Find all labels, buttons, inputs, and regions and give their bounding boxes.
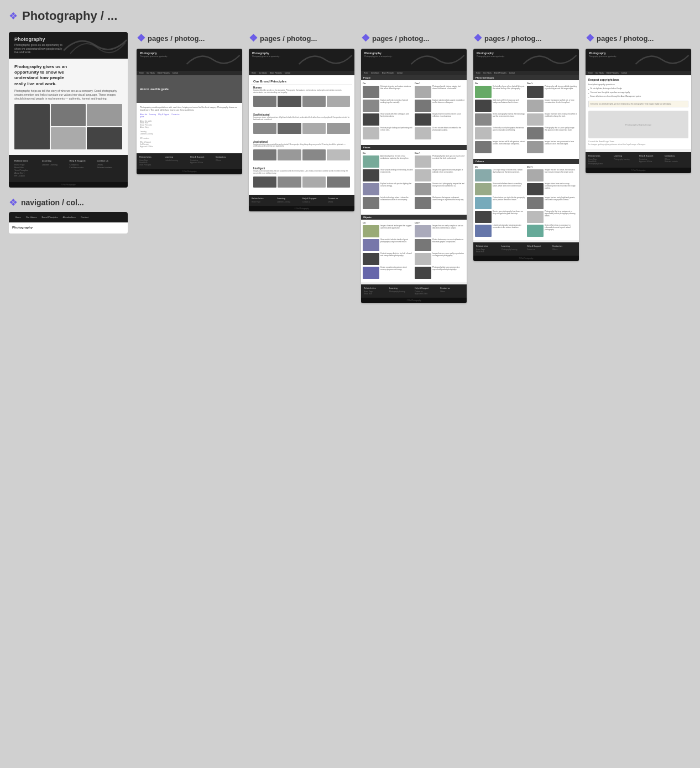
nav-section-label: navigation / col... — [21, 198, 84, 207]
page-1-header: Photography Photography gives us an oppo… — [249, 49, 354, 71]
p4-tech-do-1 — [475, 86, 492, 98]
p4-tech-do-3 — [475, 113, 492, 126]
page-label-3: ❖ pages / photog... — [473, 32, 579, 44]
large-card-footer: Related sites Home Page Brand Hub Team P… — [9, 155, 128, 182]
p4-col-do-2 — [475, 183, 492, 195]
p4-tech-do-4 — [475, 127, 492, 139]
img-cell-2 — [51, 104, 86, 126]
asp-img-1 — [253, 149, 276, 160]
footer-bottom-bar: © Flixi Photography — [9, 182, 128, 188]
image-grid — [14, 104, 122, 149]
p4-col-dont-2 — [527, 183, 544, 195]
top-header: ❖ Photography / ... — [9, 9, 691, 23]
page-4-content: Respect copyright laws best photography … — [586, 75, 691, 149]
human-img-2 — [278, 96, 301, 107]
img-cell-3 — [87, 104, 122, 126]
footer-col-0: Related sites Home Page Brand Hub Team P… — [14, 159, 40, 178]
diamond-1: ❖ — [249, 32, 258, 44]
p3-places-do-1 — [363, 155, 379, 168]
page-1-footer-bar: © Flixi Photography — [249, 206, 354, 211]
img-cell-1 — [14, 104, 50, 149]
nav-logo-area: Photography — [12, 226, 45, 230]
human-img-3 — [302, 96, 326, 107]
page-card-0: Photography Photography gives us an oppo… — [137, 49, 242, 174]
page-3-header: Photography Photography gives us an oppo… — [473, 49, 579, 71]
page-label-2: ❖ pages / photog... — [361, 32, 467, 44]
nav-item-values[interactable]: Our Values — [24, 215, 39, 219]
page-2-content: People Do Celebrate diversity and captur… — [361, 75, 467, 282]
copyright-note: Every time you distribute rights, get mo… — [588, 101, 688, 107]
page-4-nav: Home Our Values Brand Principles Contact — [586, 71, 691, 75]
diamond-icon: ❖ — [9, 10, 18, 22]
principle-intelligent: Intelligent Images communicate ideas tha… — [251, 165, 352, 189]
soph-img-2 — [278, 123, 301, 134]
p3-obj-dont-4 — [415, 267, 431, 279]
page-4-logo: Photography — [589, 51, 688, 55]
nav-section-header: ❖ navigation / col... — [9, 196, 128, 209]
pages-header-row: ❖ pages / photog... ❖ pages / photog... … — [137, 32, 691, 44]
dos-donts-technique: Photo techniques Do Technically choose a… — [473, 75, 579, 157]
p3-places-dont-4 — [415, 197, 431, 209]
p3-obj-do-1 — [363, 225, 379, 237]
page-0-hero: How to use this guide — [137, 75, 242, 103]
large-card-text-section: Photography gives us anopportunity to sh… — [9, 59, 128, 155]
page-2-footer: Related sites Home Page Brand Hub Learni… — [361, 284, 467, 298]
p4-col-do-1 — [475, 169, 492, 181]
principle-human: Human Images reflect the people we live … — [251, 85, 352, 108]
dos-donts-objects: Objects Do Images of natural landscapes … — [361, 215, 467, 282]
nav-card: Home Our Values Brand Principles About/c… — [9, 212, 128, 233]
page-0-footer: Related sites Home Page Brand Hub Team P… — [137, 153, 242, 169]
page-1-footer: Related sites Home Page Learning LinkedI… — [249, 195, 354, 206]
principle-sophisticated: Sophisticated Images are clean, a balanc… — [251, 112, 352, 136]
nav-item-home[interactable]: Home — [13, 215, 23, 219]
int-img-2 — [278, 177, 301, 188]
p4-col-dont-4 — [527, 211, 544, 223]
diamond-4: ❖ — [586, 32, 594, 44]
page-0-header: Photography Photography gives us an oppo… — [137, 49, 242, 71]
p3-img-do-1 — [363, 86, 379, 98]
page-card-2: Photography Photography gives us an oppo… — [361, 49, 467, 303]
p3-img-dont-4 — [415, 127, 431, 139]
copyright-item-2: • Ensure all photos are cleared through … — [588, 96, 688, 98]
pages-section: ❖ pages / photog... ❖ pages / photog... … — [137, 32, 691, 303]
nav-item-contact[interactable]: Contact — [79, 215, 90, 219]
nav-card-body: Photography — [9, 222, 128, 233]
left-column: Photography Photography gives us an oppo… — [9, 32, 128, 233]
page-label-0: ❖ pages / photog... — [137, 32, 242, 44]
app-title: Photography / ... — [22, 9, 117, 23]
p4-tech-do-2 — [475, 100, 492, 112]
dos-donts-people: People Do Celebrate diversity and captur… — [361, 75, 467, 143]
p3-obj-do-3 — [363, 253, 379, 265]
page-card-4: Photography Photography gives us an oppo… — [586, 49, 691, 173]
page-1-tagline: Photography gives us an opportunity... — [252, 55, 351, 58]
p3-img-dont-3 — [415, 113, 431, 126]
p4-tech-dont-5 — [527, 141, 544, 153]
page-3-footer-bar: © Flixi Photography — [473, 256, 579, 261]
asp-img-4 — [327, 149, 350, 160]
p3-img-do-3 — [363, 113, 379, 126]
footer-col-3: Contact us Offices Relevant contacts — [97, 159, 122, 178]
p3-places-dont-2 — [415, 169, 431, 181]
dos-donts-places: Places Do Authentically show the best of… — [361, 145, 467, 212]
p3-obj-dont-1 — [415, 225, 431, 237]
copyright-item-1: • You must have the right to reproduce a… — [588, 92, 688, 95]
diamond-3: ❖ — [473, 32, 482, 44]
large-card-header: Photography Photography gives us an oppo… — [9, 32, 128, 59]
p3-obj-dont-2 — [415, 239, 431, 251]
p4-tech-dont-3 — [527, 113, 544, 126]
nav-item-brand[interactable]: Brand Principles — [40, 215, 59, 219]
nav-item-about[interactable]: About/culture — [61, 215, 78, 219]
p3-img-dont-1 — [415, 86, 431, 98]
pages-grid: Photography Photography gives us an oppo… — [137, 49, 691, 303]
asp-img-2 — [278, 149, 301, 160]
page-3-logo: Photography — [477, 51, 576, 55]
p4-col-do-3 — [475, 197, 492, 209]
nav-section: ❖ navigation / col... Home Our Values Br… — [9, 196, 128, 233]
p3-places-dont-1 — [415, 155, 431, 168]
img-cell-4 — [51, 127, 86, 149]
int-img-4 — [327, 177, 350, 188]
page-0-content: Photography provides guidelines with, ea… — [137, 103, 242, 153]
page-2-header: Photography Photography gives us an oppo… — [361, 49, 467, 71]
p3-places-do-3 — [363, 183, 379, 195]
soph-img-1 — [253, 123, 276, 134]
